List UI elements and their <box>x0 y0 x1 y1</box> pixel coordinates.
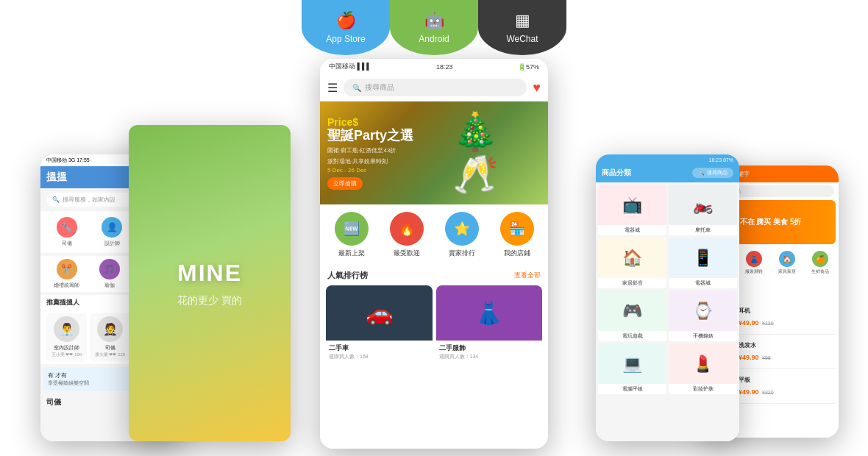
right-cat-4[interactable]: 📱 電器城 <box>669 238 737 288</box>
right-categories-grid: 📺 電器城 🏍️ 摩托車 🏠 家居影音 📱 電器城 🎮 電玩遊戲 <box>596 182 739 396</box>
service-circle-1: 🔧 <box>57 217 77 238</box>
right-cat-7[interactable]: 💻 電腦平板 <box>598 343 666 394</box>
right-cat-label-7: 電腦平板 <box>598 384 666 394</box>
ranking-section-header: 人氣排行榜 查看全部 <box>320 266 548 285</box>
sq-circle-4: 🍊 <box>812 251 828 267</box>
cat-rank[interactable]: ⭐ 賣家排行 <box>445 212 479 258</box>
sq-label-3: 家具家居 <box>778 268 796 275</box>
sq-icon-4[interactable]: 🍊 生鲜食品 <box>804 249 836 277</box>
service-label-1: 司儀 <box>62 240 72 247</box>
worker-card-1[interactable]: 👨‍💼 室內設計師 王小美 ❤❤ 100 <box>46 313 87 361</box>
center-status-bar: 中国移动 ▌▌▌ 18:23 🔋57% <box>320 59 548 74</box>
promo-banner: Price$ 聖誕Party之選 圍裙·廚工瓶·紅酒低至43折 派對場地·共享銳… <box>320 101 548 204</box>
right-cat-img-2: 🏍️ <box>669 185 737 225</box>
right-cat-5[interactable]: 🎮 電玩遊戲 <box>598 291 666 341</box>
worker-rating-1: 王小美 ❤❤ 100 <box>49 352 84 358</box>
right-cat-label-8: 彩妝护肤 <box>669 384 737 394</box>
hamburger-icon[interactable]: ☰ <box>327 81 338 95</box>
right-cat-2[interactable]: 🏍️ 摩托車 <box>669 185 737 235</box>
apple-icon: 🍎 <box>336 11 356 30</box>
fr-product-price-2: ¥49.90 <box>739 354 759 361</box>
appstore-label: App Store <box>326 34 365 44</box>
banner-cta[interactable]: 立即搶購 <box>327 177 363 190</box>
right-cat-label-1: 電器城 <box>598 225 666 235</box>
category-icons: 🆕 最新上架 🔥 最受歡迎 ⭐ 賣家排行 🏪 我的店鋪 <box>320 204 548 266</box>
platform-badges: 🍎 App Store 🤖 Android ▦ WeChat <box>302 0 566 55</box>
product-info-2: 二手服飾 週購買人數：134 <box>436 341 543 363</box>
right-header-bar: 商品分類 🔍 搜尋商品 <box>596 165 739 182</box>
right-cat-6[interactable]: ⌚ 手機鐘錶 <box>669 291 737 341</box>
right-phone-content: 18:23 87% 商品分類 🔍 搜尋商品 📺 電器城 🏍️ 摩托車 <box>596 154 739 441</box>
main-center-phone: 中国移动 ▌▌▌ 18:23 🔋57% ☰ 🔍 搜尋商品 ♥ Price$ 聖誕… <box>320 59 548 449</box>
wechat-icon: ▦ <box>515 11 530 30</box>
fr-product-name-2: 洗发水 <box>739 341 836 349</box>
banner-subtitle: 圍裙·廚工瓶·紅酒低至43折 <box>327 146 452 154</box>
worker-name-1: 室內設計師 <box>49 344 84 352</box>
far-right-banner-text: 不在 腾买 美食 5折 <box>736 213 805 231</box>
sq-label-2: 服装潮鞋 <box>745 268 763 275</box>
more-service-label-2: 瑜伽 <box>104 282 115 289</box>
sq-label-4: 生鲜食品 <box>811 268 829 275</box>
product-img-2: 👗 <box>436 285 543 341</box>
right-cat-img-7: 💻 <box>598 343 666 384</box>
center-top-bar: ☰ 🔍 搜尋商品 ♥ <box>320 74 548 101</box>
android-label: Android <box>419 34 449 44</box>
screens-container: 中国移动 3G 17:55 搵搵 ☰ 🔍 搜尋服務，如家内設 🔧 司儀 👤 設計… <box>0 55 868 456</box>
fr-product-price-1: ¥49.90 <box>739 319 759 327</box>
right-cat-label-6: 手機鐘錶 <box>669 331 737 341</box>
worker-avatar-1: 👨‍💼 <box>54 316 79 342</box>
right-cat-3[interactable]: 🏠 家居影音 <box>598 238 666 288</box>
banner-date: 5 Dec - 26 Dec <box>327 167 452 174</box>
banner-subtitle2: 派對場地·共享銳果時刻 <box>327 157 452 165</box>
heart-icon[interactable]: ♥ <box>533 80 541 96</box>
right-cat-label-2: 摩托車 <box>669 225 737 235</box>
product-buyers-1: 週購買人數：168 <box>329 353 430 360</box>
green-screen-content: MINE 花的更少 買的 <box>129 125 291 441</box>
right-cat-8[interactable]: 💄 彩妝护肤 <box>669 343 737 394</box>
service-circle-2: 👤 <box>102 217 122 238</box>
banner-price-tag: Price$ <box>327 116 452 128</box>
product-card-1[interactable]: 🚗 二手車 週購買人數：168 <box>326 285 433 363</box>
center-search-placeholder: 搜尋商品 <box>365 82 394 93</box>
search-icon: 🔍 <box>52 196 60 203</box>
more-service-circle-2: 🎵 <box>99 259 120 279</box>
cat-hot[interactable]: 🔥 最受歡迎 <box>390 212 424 258</box>
cat-rank-label: 賣家排行 <box>449 249 475 258</box>
worker-name-2: 司儀 <box>93 344 127 352</box>
worker-card-2[interactable]: 🤵 司儀 潘大業 ❤❤ 120 <box>90 313 130 361</box>
product-buyers-2: 週購買人數：134 <box>439 353 540 360</box>
fr-product-name-3: 平板 <box>739 376 836 384</box>
search-icon: 🔍 <box>352 84 361 92</box>
sq-icon-2[interactable]: 👗 服装潮鞋 <box>739 249 770 277</box>
right-cat-img-3: 🏠 <box>598 238 666 278</box>
cat-new-circle: 🆕 <box>335 212 369 246</box>
wechat-badge[interactable]: ▦ WeChat <box>478 0 566 55</box>
cat-store[interactable]: 🏪 我的店鋪 <box>500 212 534 258</box>
sq-icon-3[interactable]: 🏠 家具家居 <box>772 249 803 277</box>
service-item-2[interactable]: 👤 設計師 <box>102 217 122 247</box>
ranking-more[interactable]: 查看全部 <box>514 271 541 280</box>
left-search-placeholder: 搜尋服務，如家内設 <box>63 196 115 204</box>
left-status-carrier: 中国移动 3G 17:55 <box>46 157 90 164</box>
right-phone: 18:23 87% 商品分類 🔍 搜尋商品 📺 電器城 🏍️ 摩托車 <box>596 154 739 441</box>
fr-product-old-3: ¥320 <box>762 390 774 395</box>
right-search[interactable]: 🔍 搜尋商品 <box>692 168 733 178</box>
more-service-1[interactable]: ✂️ 婚禮統籌師 <box>54 259 79 289</box>
fr-product-old-1: ¥120 <box>762 321 774 326</box>
right-cat-1[interactable]: 📺 電器城 <box>598 185 666 235</box>
right-status-bar: 18:23 87% <box>596 154 739 165</box>
right-cat-img-4: 📱 <box>669 238 737 278</box>
android-badge[interactable]: 🤖 Android <box>390 0 478 55</box>
appstore-badge[interactable]: 🍎 App Store <box>302 0 390 55</box>
service-item-1[interactable]: 🔧 司儀 <box>57 217 77 247</box>
cat-rank-circle: ⭐ <box>445 212 479 246</box>
cat-hot-circle: 🔥 <box>390 212 424 246</box>
cat-new[interactable]: 🆕 最新上架 <box>335 212 369 258</box>
center-search-bar[interactable]: 🔍 搜尋商品 <box>344 79 527 96</box>
main-phone-content: 中国移动 ▌▌▌ 18:23 🔋57% ☰ 🔍 搜尋商品 ♥ Price$ 聖誕… <box>320 59 548 449</box>
worker-rating-2: 潘大業 ❤❤ 120 <box>93 352 127 358</box>
product-cards: 🚗 二手車 週購買人數：168 👗 二手服飾 週購買人數：134 <box>320 285 548 369</box>
more-service-2[interactable]: 🎵 瑜伽 <box>99 259 120 289</box>
right-header-title: 商品分類 <box>602 168 631 178</box>
product-card-2[interactable]: 👗 二手服飾 週購買人數：134 <box>436 285 543 363</box>
